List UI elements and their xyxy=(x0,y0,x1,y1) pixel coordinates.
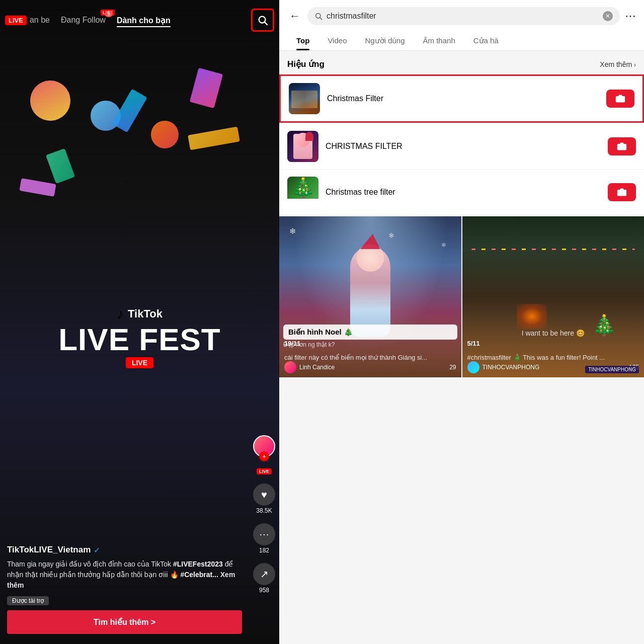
tiktok-icon: ♪ xyxy=(117,306,124,322)
video-title-box-1: Biến hình Noel 🎄 Đẹp hơn ng thật k? xyxy=(283,325,457,348)
tab-video[interactable]: Video xyxy=(318,31,356,50)
filter-name-christmas2: CHRISTMAS FILTER xyxy=(326,142,608,151)
livefest-live-tag: LIVE xyxy=(126,357,153,368)
follow-plus-btn[interactable]: + xyxy=(259,451,269,461)
svg-point-6 xyxy=(620,191,624,195)
filter-item-tree[interactable]: 🎄 Christmas tree filter xyxy=(279,170,644,215)
video-card-2[interactable]: 🎄 5/11 I want to be here 😊 TINHOCVANPHON… xyxy=(462,216,645,377)
filter-name-tree: Christmas tree filter xyxy=(326,188,608,197)
like-button[interactable]: ♥ 38.5K xyxy=(253,484,275,514)
chevron-icon: › xyxy=(634,61,636,68)
camera-icon-3 xyxy=(617,187,627,197)
svg-line-1 xyxy=(265,22,267,25)
tab-cua-ha[interactable]: Cửa hà xyxy=(464,31,508,50)
effects-title: Hiệu ứng xyxy=(287,59,325,69)
svg-point-5 xyxy=(620,145,624,149)
share-button[interactable]: ↗ 958 xyxy=(253,563,275,594)
video-date-2: 5/11 xyxy=(467,340,480,347)
search-results: Hiệu ứng Xem thêm › Christmas Filter xyxy=(279,51,644,644)
sponsored-badge: Được tài trợ xyxy=(7,596,49,605)
like-count: 38.5K xyxy=(256,507,272,514)
video-username-1: Linh Candice xyxy=(299,364,446,371)
search-box[interactable]: christmasfilter ✕ xyxy=(307,7,620,25)
tab-dang-follow[interactable]: Đang Follow LIVE 5 xyxy=(61,16,106,25)
left-panel: ♪ TikTok LIVE FEST LIVE LIVE an be Đang … xyxy=(0,0,279,644)
svg-line-3 xyxy=(320,18,322,20)
comment-count: 182 xyxy=(259,547,269,554)
video-description: Tham gia ngay giải đấu vô địch đỉnh cao … xyxy=(7,559,242,591)
tab-danh-cho-ban[interactable]: Dành cho bạn xyxy=(117,16,171,25)
livefest-title: LIVE FEST xyxy=(58,324,220,355)
camera-icon-1 xyxy=(615,94,625,104)
search-query[interactable]: christmasfilter xyxy=(327,12,599,21)
tiktok-text: TikTok xyxy=(128,307,163,320)
filter-name-christmas: Christmas Filter xyxy=(327,94,606,103)
filter-item-christmas[interactable]: Christmas Filter xyxy=(279,74,644,123)
verified-icon: ✓ xyxy=(94,545,100,555)
top-bar: LIVE an be Đang Follow LIVE 5 Dành cho b… xyxy=(0,0,279,40)
search-button[interactable] xyxy=(251,9,274,32)
more-options-button[interactable]: ⋯ xyxy=(625,10,636,23)
comment-button[interactable]: ⋯ 182 xyxy=(253,523,275,554)
search-icon xyxy=(314,12,323,20)
tab-an-be[interactable]: an be xyxy=(30,16,50,25)
video-user-row-1: Linh Candice 29 xyxy=(284,361,456,373)
nav-tabs: an be Đang Follow LIVE 5 Dành cho bạn xyxy=(30,16,251,25)
creator-username: TikTokLIVE_Vietnam xyxy=(7,545,91,555)
search-header: ← christmasfilter ✕ ⋯ Top Video Người dù… xyxy=(279,0,644,51)
decorative-shapes xyxy=(0,30,279,312)
right-panel: ← christmasfilter ✕ ⋯ Top Video Người dù… xyxy=(279,0,644,644)
creator-avatar[interactable]: + xyxy=(253,435,275,457)
user-row: TikTokLIVE_Vietnam ✓ xyxy=(7,545,242,555)
video-overlay-text-2: I want to be here 😊 xyxy=(467,329,639,337)
video-caption-2: #christmasfilter 🎄 This was a fun filter… xyxy=(467,353,639,362)
video-card-1[interactable]: ❄ ❄ ❄ 19/11 Biến hình Noel 🎄 Đẹp hơn ng … xyxy=(279,216,461,377)
video-grid: ❄ ❄ ❄ 19/11 Biến hình Noel 🎄 Đẹp hơn ng … xyxy=(279,215,644,377)
filter-camera-btn-3[interactable] xyxy=(608,183,636,201)
mini-avatar-1 xyxy=(284,361,296,373)
filter-camera-btn-1[interactable] xyxy=(606,90,634,108)
live-badge: LIVE xyxy=(5,16,27,25)
follow-badge-count: 5 xyxy=(105,11,113,17)
tiktok-logo-area: ♪ TikTok xyxy=(117,306,163,322)
tab-am-thanh[interactable]: Âm thanh xyxy=(414,31,464,50)
learn-more-button[interactable]: Tìm hiểu thêm > xyxy=(7,610,242,634)
share-count: 958 xyxy=(259,587,269,594)
right-action-buttons: + LIVE ♥ 38.5K ⋯ 182 ↗ 958 xyxy=(249,435,279,594)
video-info: TikTokLIVE_Vietnam ✓ Tham gia ngay giải … xyxy=(0,545,249,644)
filter-thumb-christmas2 xyxy=(287,131,318,162)
camera-icon-2 xyxy=(617,141,627,151)
back-button[interactable]: ← xyxy=(287,8,302,25)
video-likes-1: 29 xyxy=(449,364,456,371)
see-more-button[interactable]: Xem thêm › xyxy=(600,60,636,68)
search-row: ← christmasfilter ✕ ⋯ xyxy=(287,7,636,25)
filter-item-christmas2[interactable]: CHRISTMAS FILTER xyxy=(279,124,644,170)
watermark: TINHOCVANPHONG xyxy=(585,366,639,373)
filter-thumb-christmas xyxy=(289,83,320,114)
clear-search-button[interactable]: ✕ xyxy=(603,11,613,21)
svg-point-4 xyxy=(619,98,622,101)
filter-thumb-tree: 🎄 xyxy=(287,177,318,208)
livefest-promo: ♪ TikTok LIVE FEST LIVE xyxy=(58,306,220,368)
mini-avatar-2 xyxy=(467,361,479,373)
search-tabs: Top Video Người dùng Âm thanh Cửa hà xyxy=(287,31,636,50)
live-small-badge: LIVE xyxy=(257,468,272,474)
effects-section-header: Hiệu ứng Xem thêm › xyxy=(279,51,644,74)
filter-camera-btn-2[interactable] xyxy=(608,137,636,155)
tab-top[interactable]: Top xyxy=(287,31,318,50)
tab-nguoi-dung[interactable]: Người dùng xyxy=(356,31,414,50)
video-caption-1: cái filter này có thể biến mọi thứ thành… xyxy=(284,353,456,362)
